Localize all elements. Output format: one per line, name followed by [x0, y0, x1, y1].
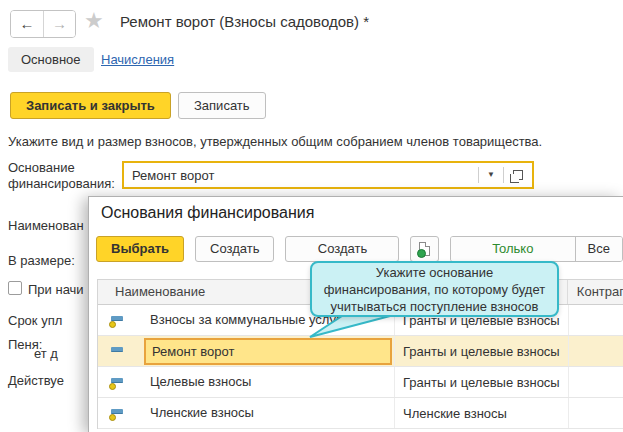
tooltip-tail	[302, 315, 398, 339]
tab-main[interactable]: Основное	[8, 47, 94, 72]
finance-basis-field: ▼	[122, 161, 534, 189]
save-button[interactable]: Записать	[178, 92, 266, 119]
finance-basis-input[interactable]	[124, 168, 478, 183]
app-window: ← → ★ Ремонт ворот (Взносы садоводов) * …	[0, 0, 623, 432]
back-button[interactable]: ←	[11, 11, 43, 37]
row-value: Членские взносы	[395, 398, 569, 428]
select-button[interactable]: Выбрать	[96, 236, 184, 262]
forward-button[interactable]: →	[43, 11, 75, 37]
favorite-star-icon[interactable]: ★	[84, 8, 104, 34]
row-name-current-cell: Ремонт ворот	[144, 338, 392, 365]
tooltip-callout: Укажите основание финансирования, по кот…	[310, 261, 559, 317]
row-value: Гранты и целевые взносы	[395, 336, 569, 366]
catalog-item-icon	[110, 407, 125, 419]
dropdown-arrow-icon[interactable]: ▼	[478, 167, 504, 183]
row-name: Членские взносы	[144, 400, 394, 426]
popup-toolbar: Выбрать Создать Создать группу Только ак…	[96, 236, 623, 262]
table-row-selected[interactable]: Ремонт ворот Гранты и целевые взносы	[98, 336, 623, 367]
column-header-counterparty[interactable]: Контраг	[568, 280, 623, 304]
filter-all-button[interactable]: Все	[575, 237, 622, 261]
catalog-item-icon	[110, 314, 125, 326]
history-nav: ← →	[10, 10, 76, 38]
create-button[interactable]: Создать	[195, 236, 274, 262]
catalog-item-icon	[110, 345, 125, 357]
save-and-close-button[interactable]: Записать и закрыть	[10, 92, 171, 119]
form-hint-text: Укажите вид и размер взносов, утвержденн…	[8, 134, 542, 149]
clipped-text-fragment: ет д	[34, 346, 58, 361]
accrual-checkbox-label: При начи	[28, 282, 84, 297]
popup-title: Основания финансирования	[101, 204, 314, 222]
name-label: Наименован	[8, 218, 84, 233]
active-label: Действуе	[8, 373, 64, 388]
tab-accruals[interactable]: Начисления	[101, 52, 174, 67]
filter-only-actual-button[interactable]: Только актуальные	[451, 237, 575, 261]
actuality-filter: Только актуальные Все	[450, 236, 623, 262]
document-download-icon	[419, 242, 430, 256]
catalog-item-icon	[110, 376, 125, 388]
accrual-checkbox[interactable]	[8, 281, 22, 295]
load-document-button[interactable]	[410, 236, 439, 262]
size-label: В размере:	[8, 253, 75, 268]
overlap-squares-icon	[513, 170, 523, 180]
due-date-label: Срок упл	[8, 313, 62, 328]
row-value: Гранты и целевые взносы	[395, 367, 569, 397]
finance-basis-label: Основание финансирования:	[8, 160, 115, 192]
table-row[interactable]: Целевые взносы Гранты и целевые взносы	[98, 367, 623, 398]
open-value-icon[interactable]	[504, 167, 532, 183]
create-group-button[interactable]: Создать группу	[285, 236, 399, 262]
row-name: Целевые взносы	[144, 369, 394, 395]
page-title: Ремонт ворот (Взносы садоводов) *	[120, 13, 369, 30]
table-row[interactable]: Членские взносы Членские взносы	[98, 398, 623, 429]
